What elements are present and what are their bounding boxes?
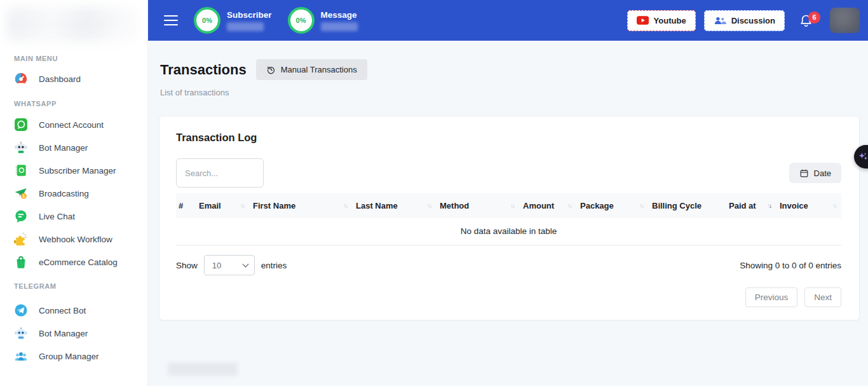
sort-icon: ↑↓ [510,202,515,209]
avatar-redacted [830,8,860,33]
sort-icon: ↑↓ [240,202,245,209]
sidebar-section-main-menu: MAIN MENU [0,55,147,62]
shopping-bag-icon [14,255,28,269]
card-title: Transaction Log [176,132,841,144]
empty-table-message: No data available in table [176,218,841,245]
column-header-index: # [176,193,195,218]
topbar: 0% Subscriber 0% Message [148,0,868,41]
column-header-email[interactable]: Email↑↓ [195,193,249,218]
message-stat: 0% Message [288,7,358,34]
paper-plane-icon: 1 [14,186,28,200]
sidebar-item-subscriber-manager[interactable]: Subscriber Manager [0,159,147,182]
show-label: Show [176,261,198,270]
sort-icon: ↑↓ [427,202,432,209]
sidebar: MAIN MENU Dashboard WHATSAPP [0,0,148,386]
sidebar-item-label: Subscriber Manager [39,166,116,176]
sidebar-item-live-chat[interactable]: Live Chat [0,205,147,228]
transactions-table: # Email↑↓ First Name↑↓ Last Name↑↓ Metho… [176,193,841,245]
column-header-billing-cycle[interactable]: Billing Cycle [648,193,725,218]
sort-icon: ↑↓ [567,202,573,209]
youtube-icon [637,16,649,25]
robot-blue-icon [14,326,28,340]
message-progress-ring: 0% [288,7,315,34]
app-root: MAIN MENU Dashboard WHATSAPP [0,0,868,386]
sort-icon: ↑↓ [639,202,644,209]
sidebar-item-label: Bot Manager [39,329,88,338]
avatar[interactable] [830,8,860,33]
chat-bubble-icon [14,209,28,223]
content-area: Transactions Manual Transactions List of… [148,41,868,386]
sidebar-item-bot-manager-whatsapp[interactable]: Bot Manager [0,136,147,159]
sidebar-item-dashboard[interactable]: Dashboard [0,67,147,90]
page-title: Transactions [160,62,247,78]
table-header-row: # Email↑↓ First Name↑↓ Last Name↑↓ Metho… [176,193,841,218]
search-input[interactable] [176,158,264,188]
group-icon [14,349,28,363]
page-subtitle: List of transactions [160,88,860,97]
notifications-button[interactable]: 6 [799,13,813,28]
sidebar-item-label: Live Chat [39,212,75,221]
sidebar-item-broadcasting[interactable]: 1 Broadcasting [0,182,147,205]
sidebar-item-bot-manager-telegram[interactable]: Bot Manager [0,322,147,345]
discussion-button-label: Discussion [731,16,775,25]
sidebar-item-label: Broadcasting [39,189,89,198]
hamburger-menu-icon[interactable] [164,12,178,29]
empty-table-row: No data available in table [176,218,841,245]
subscriber-stat: 0% Subscriber [194,7,272,34]
next-page-button[interactable]: Next [804,287,841,307]
sidebar-item-ecommerce-catalog[interactable]: eCommerce Catalog [0,251,147,273]
sidebar-section-telegram: TELEGRAM [0,282,147,290]
message-stat-label: Message [321,10,358,20]
sidebar-item-label: eCommerce Catalog [39,258,118,267]
gauge-icon [14,72,28,86]
robot-icon [14,141,28,155]
column-header-paid-at[interactable]: Paid at↑↓ [725,193,776,218]
manual-transactions-label: Manual Transactions [281,65,357,74]
youtube-button[interactable]: Youtube [627,10,696,31]
puzzle-icon [14,232,28,246]
date-button-label: Date [814,169,831,178]
notification-count-badge: 6 [808,11,820,24]
sparkles-icon [858,151,868,162]
previous-page-button[interactable]: Previous [745,287,798,307]
entries-summary: Showing 0 to 0 of 0 entries [740,261,841,270]
column-header-invoice[interactable]: Invoice↑↓ [776,193,841,218]
sidebar-item-label: Bot Manager [39,143,88,153]
broadcast-badge: 1 [23,194,25,198]
whatsapp-icon [14,118,28,132]
youtube-button-label: Youtube [654,16,686,25]
sidebar-item-connect-account[interactable]: Connect Account [0,113,147,136]
subscriber-stat-value-redacted [227,22,264,31]
date-filter-button[interactable]: Date [789,163,841,183]
message-stat-value-redacted [321,22,358,31]
transaction-log-card: Transaction Log Date [159,116,860,321]
users-icon [714,17,726,25]
sort-icon: ↑↓ [343,202,348,209]
column-header-method[interactable]: Method↑↓ [436,193,519,218]
column-header-package[interactable]: Package↑↓ [576,193,648,218]
column-header-amount[interactable]: Amount↑↓ [519,193,576,218]
history-icon [266,65,276,74]
logo-blurred [6,8,139,41]
sidebar-item-label: Connect Bot [39,306,86,315]
entries-label: entries [261,261,287,270]
sidebar-item-label: Dashboard [39,74,81,84]
sidebar-item-group-manager[interactable]: Group Manager [0,345,147,368]
calendar-icon [799,169,809,178]
subscriber-stat-label: Subscriber [227,10,272,20]
discussion-button[interactable]: Discussion [704,10,785,31]
main-area: 0% Subscriber 0% Message [148,0,868,386]
sidebar-item-label: Group Manager [39,352,99,361]
sidebar-item-label: Connect Account [39,120,104,130]
column-header-first-name[interactable]: First Name↑↓ [249,193,352,218]
contacts-icon [14,163,28,177]
page-size-select[interactable]: 10 [204,255,255,275]
sort-icon: ↑↓ [832,202,837,209]
sidebar-item-label: Webhook Workflow [39,235,112,244]
telegram-icon [14,303,28,317]
column-header-last-name[interactable]: Last Name↑↓ [352,193,436,218]
subscriber-progress-ring: 0% [194,7,220,34]
sidebar-item-webhook-workflow[interactable]: Webhook Workflow [0,228,147,251]
manual-transactions-button[interactable]: Manual Transactions [256,59,367,80]
sidebar-item-connect-bot[interactable]: Connect Bot [0,299,147,322]
